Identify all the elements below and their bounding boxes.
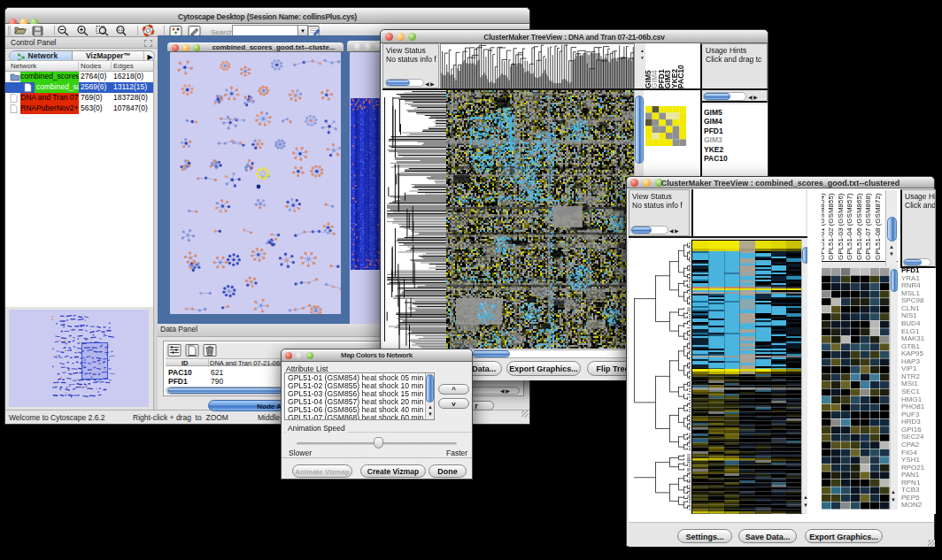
svg-text:1:1: 1:1 [118, 27, 124, 32]
